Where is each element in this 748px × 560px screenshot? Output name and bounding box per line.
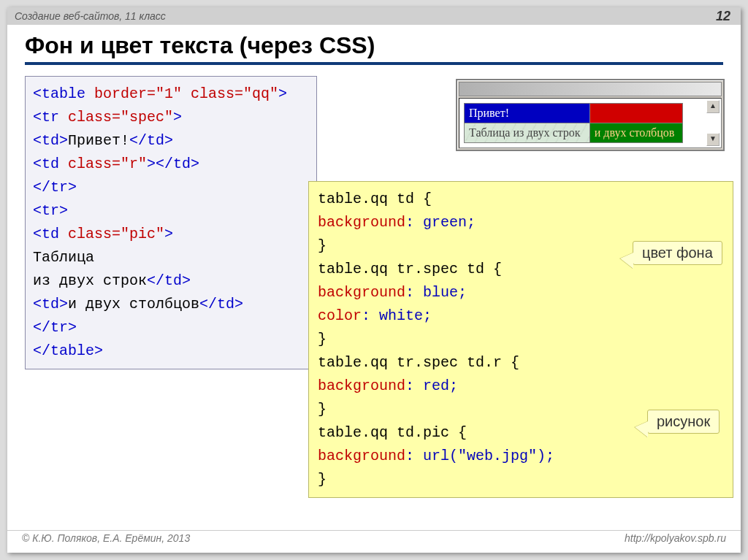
scroll-up-icon[interactable]: ▲ [706,100,720,113]
html-code-box: <table border="1" class="qq"> <tr class=… [25,76,317,369]
code-brace: } [318,468,724,491]
cell-both: и двух столбцов [589,123,682,143]
preview-window: Привет! Таблица из двух строк и двух сто… [456,79,725,151]
code-tag: <table [33,85,94,102]
page-title: Фон и цвет текста (через CSS) [7,25,741,62]
code-tag: <td> [33,296,68,312]
preview-table: Привет! Таблица из двух строк и двух сто… [464,103,683,143]
code-value: : url("web.jpg"); [405,448,554,464]
code-value: : red; [405,377,458,394]
code-value: : white; [362,307,432,324]
code-tag: <tr [33,109,68,126]
footer-right: http://kpolyakov.spb.ru [625,532,726,548]
callout-picture: рисунок [647,410,720,434]
callout-label: цвет фона [642,245,713,261]
css-code-box: table.qq td { background: green; } table… [308,181,733,498]
code-prop: background [318,284,405,301]
code-tag: </td> [129,132,173,149]
footer-left: © К.Ю. Поляков, Е.А. Ерёмин, 2013 [22,532,190,548]
code-prop: color [318,307,362,324]
code-tag: <td> [33,132,68,149]
code-prop: background [318,448,405,464]
code-tag: > [278,85,287,102]
preview-body: Привет! Таблица из двух строк и двух сто… [459,98,722,148]
code-value: : green; [405,214,476,231]
code-prop: background [318,214,405,231]
callout-background: цвет фона [633,241,722,265]
cell-red [589,104,682,123]
code-prop: background [318,377,405,394]
header-bar: Создание веб-сайтов, 11 класс 12 [7,7,741,25]
code-tag: > [164,226,173,242]
code-attr: border="1" class="qq" [94,85,278,102]
code-text: Таблица [33,249,94,266]
code-value: : blue; [405,284,467,301]
code-text: из двух строк [33,272,147,289]
code-text: и двух столбцов [68,296,199,312]
code-tag: </table> [33,342,103,359]
callout-label: рисунок [657,413,710,429]
code-tag: <td [33,156,68,172]
code-selector: table.qq tr.spec td.r { [318,351,724,375]
preview-titlebar [459,82,722,96]
course-label: Создание веб-сайтов, 11 класс [15,10,166,22]
code-text: Привет! [68,132,129,149]
code-tag: </tr> [33,179,77,196]
code-tag: </td> [199,296,243,312]
scroll-down-icon[interactable]: ▼ [706,133,720,146]
callout-tail-icon [620,253,633,269]
cell-pic: Таблица из двух строк [465,123,590,143]
code-tag: <td [33,226,68,242]
code-attr: class="spec" [68,109,173,126]
code-tag: <tr> [33,202,68,219]
code-attr: class="r" [68,156,147,172]
cell-hello: Привет! [465,104,590,123]
footer: © К.Ю. Поляков, Е.А. Ерёмин, 2013 http:/… [7,530,741,548]
title-rule [25,62,723,65]
code-tag: </tr> [33,319,77,336]
code-selector: table.qq td { [318,188,724,211]
code-attr: class="pic" [68,226,164,242]
code-tag: > [173,109,182,126]
page-number: 12 [716,7,730,25]
code-tag: </td> [147,272,191,289]
callout-tail-icon [635,421,648,437]
code-brace: } [318,328,724,351]
code-tag: ></td> [147,156,199,172]
